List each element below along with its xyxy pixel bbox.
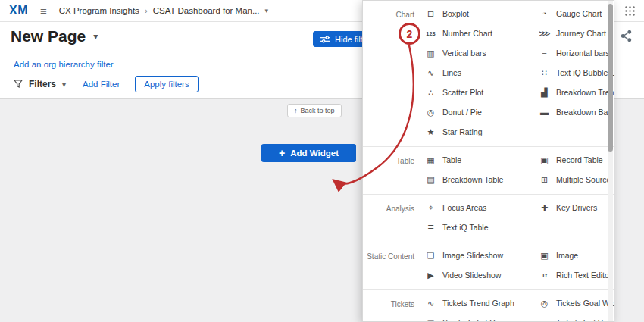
up-arrow-icon: ↑ [294, 107, 298, 114]
breadcrumb: CX Program Insights › CSAT Dashboard for… [59, 6, 268, 15]
journey-chart-icon: ⋙ [539, 29, 550, 39]
annotation-step-circle: 2 [399, 23, 420, 45]
menu-item-image-slideshow[interactable]: ❏Image Slideshow [425, 245, 539, 265]
menu-item-text-iq-bubble-chart[interactable]: ∷Text iQ Bubble Chart [539, 63, 614, 83]
menu-item-scatter-plot[interactable]: ∴Scatter Plot [425, 83, 539, 102]
menu-item-breakdown-trends[interactable]: ▟Breakdown Trends [539, 83, 614, 102]
menu-item-label: Donut / Pie [442, 108, 482, 117]
menu-item-rich-text-editor[interactable]: TtRich Text Editor [539, 265, 611, 285]
menu-item-boxplot[interactable]: ⊟Boxplot [425, 4, 539, 23]
textiq-table-icon: ≣ [425, 223, 436, 233]
menu-item-label: Video Slideshow [442, 270, 501, 280]
menu-grid: ∿Tickets Trend Graph◎Tickets Goal Widget… [425, 293, 614, 322]
qualtrics-dashboard-screen: XM ≡ CX Program Insights › CSAT Dashboar… [0, 0, 644, 322]
menu-item-label: Breakdown Trends [556, 88, 614, 97]
menu-item-label: Record Table [556, 155, 603, 164]
menu-item-star-rating[interactable]: ★Star Rating [425, 122, 539, 142]
breakdown-table-icon: ▤ [425, 175, 436, 185]
menu-item-horizontal-bars[interactable]: ≡Horizontal bars [539, 43, 614, 63]
breadcrumb-separator: › [145, 6, 148, 15]
back-to-top-button[interactable]: ↑ Back to top [287, 104, 342, 117]
plus-icon: + [279, 147, 285, 159]
menu-category-label: Analysis [363, 198, 414, 237]
scatter-plot-icon: ∴ [425, 88, 436, 98]
funnel-icon [14, 80, 23, 89]
menu-item-vertical-bars[interactable]: ▥Vertical bars [425, 43, 539, 63]
breadcrumb-current-link[interactable]: CSAT Dashboard for Man... [153, 6, 260, 15]
menu-item-label: Boxplot [442, 9, 469, 18]
filters-chevron-down-icon[interactable]: ▾ [62, 80, 66, 89]
menu-grid: ▦Table▣Record Table▤Breakdown Table⊞Mult… [425, 150, 614, 189]
widget-menu-panel: Chart⊟Boxplot◔Gauge Chart123Number Chart… [362, 0, 614, 322]
menu-category-label: Static Content [363, 245, 414, 285]
line-chart-icon: ∿ [425, 68, 436, 78]
add-org-hierarchy-filter-link[interactable]: Add an org hierarchy filter [14, 60, 114, 69]
apply-filters-button[interactable]: Apply filters [135, 76, 198, 92]
share-icon[interactable] [621, 30, 632, 42]
menu-item-focus-areas[interactable]: ⌖Focus Areas [425, 198, 539, 217]
menu-item-breakdown-bar[interactable]: ▬Breakdown Bar [539, 102, 614, 122]
menu-item-video-slideshow[interactable]: ▶Video Slideshow [425, 265, 539, 285]
menu-item-label: Lines [442, 68, 461, 77]
menu-item-label: Image [556, 251, 578, 260]
donut-pie-icon: ◎ [425, 108, 436, 117]
boxplot-icon: ⊟ [425, 9, 436, 19]
add-widget-button[interactable]: + Add Widget [261, 144, 356, 162]
menu-item-label: Horizontal bars [556, 48, 610, 58]
menu-item-tickets-goal-widget[interactable]: ◎Tickets Goal Widget [539, 293, 614, 313]
menu-item-tickets-list-viewer[interactable]: ≡Tickets List Viewer [539, 313, 614, 322]
menu-item-label: Table [442, 155, 461, 164]
menu-category-label: Tickets [363, 293, 414, 322]
menu-item-label: Breakdown Bar [556, 108, 611, 117]
menu-item-key-drivers[interactable]: ✚Key Drivers [539, 198, 609, 217]
menu-item-gauge-chart[interactable]: ◔Gauge Chart [539, 4, 614, 23]
menu-item-label: Image Slideshow [442, 251, 503, 260]
table-icon: ▦ [425, 155, 436, 165]
menu-item-single-ticket-viewer[interactable]: ▢Single Ticket Viewer [425, 313, 539, 322]
menu-section-tickets: Tickets∿Tickets Trend Graph◎Tickets Goal… [363, 290, 614, 322]
menu-item-breakdown-table[interactable]: ▤Breakdown Table [425, 170, 539, 189]
breadcrumb-root-link[interactable]: CX Program Insights [59, 6, 139, 15]
menu-item-label: Key Drivers [556, 203, 597, 212]
add-filter-link[interactable]: Add Filter [83, 80, 120, 89]
menu-item-label: Vertical bars [442, 48, 486, 58]
image-slideshow-icon: ❏ [425, 251, 436, 261]
breakdown-bar-icon: ▬ [539, 108, 550, 117]
menu-scrollbar-track[interactable] [608, 1, 613, 321]
menu-item-label: Tickets Goal Widget [556, 299, 614, 308]
filters-label: Filters [29, 79, 56, 89]
menu-scrollbar-thumb[interactable] [608, 4, 613, 152]
tickets-trend-graph-icon: ∿ [425, 299, 436, 308]
star-rating-icon: ★ [425, 127, 436, 137]
menu-item-table[interactable]: ▦Table [425, 150, 539, 170]
menu-item-label: Single Ticket Viewer [442, 318, 514, 322]
menu-item-tickets-trend-graph[interactable]: ∿Tickets Trend Graph [425, 293, 539, 313]
hamburger-menu-icon[interactable]: ≡ [40, 5, 47, 17]
menu-item-record-table[interactable]: ▣Record Table [539, 150, 614, 170]
menu-item-lines[interactable]: ∿Lines [425, 63, 539, 83]
menu-item-text-iq-table[interactable]: ≣Text iQ Table [425, 217, 539, 237]
chevron-down-icon[interactable]: ▾ [265, 7, 269, 14]
menu-grid: ⊟Boxplot◔Gauge Chart123Number Chart⋙Jour… [425, 4, 614, 142]
apps-grid-icon[interactable] [625, 6, 635, 16]
horizontal-bars-icon: ≡ [539, 48, 550, 58]
widget-menu: Chart⊟Boxplot◔Gauge Chart123Number Chart… [363, 1, 614, 322]
tickets-list-viewer-icon: ≡ [539, 318, 550, 322]
menu-item-image[interactable]: ▣Image [539, 245, 611, 265]
menu-section-static-content: Static Content❏Image Slideshow▣Image▶Vid… [363, 242, 614, 290]
menu-item-donut-pie[interactable]: ◎Donut / Pie [425, 102, 539, 122]
breakdown-trends-icon: ▟ [539, 88, 550, 98]
page-title: New Page [11, 27, 86, 45]
menu-grid: ❏Image Slideshow▣Image▶Video SlideshowTt… [425, 245, 611, 285]
rich-text-editor-icon: Tt [539, 272, 550, 279]
menu-item-label: Journey Chart [556, 29, 606, 38]
menu-item-number-chart[interactable]: 123Number Chart [425, 23, 539, 43]
menu-item-label: Star Rating [442, 127, 483, 136]
menu-category-label: Table [363, 150, 414, 189]
menu-section-table: Table▦Table▣Record Table▤Breakdown Table… [363, 147, 614, 195]
page-title-chevron-down-icon[interactable]: ▾ [93, 31, 98, 42]
annotation-step-number: 2 [407, 28, 413, 40]
menu-item-journey-chart[interactable]: ⋙Journey Chart [539, 23, 614, 43]
single-ticket-viewer-icon: ▢ [425, 318, 436, 322]
menu-item-multiple-source-table[interactable]: ⊞Multiple Source Table [539, 170, 614, 189]
